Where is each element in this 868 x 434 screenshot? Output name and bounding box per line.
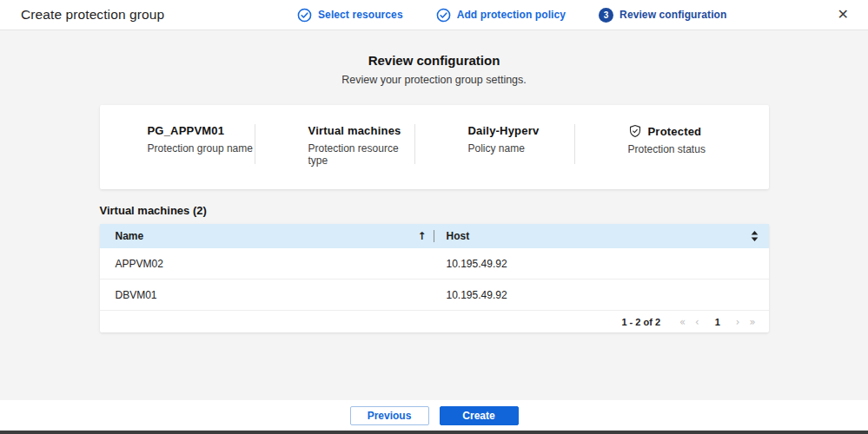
table-row[interactable]: APPVM02 10.195.49.92: [100, 248, 769, 279]
column-header-host[interactable]: Host: [434, 230, 769, 242]
step-label: Review configuration: [620, 9, 726, 21]
column-header-name[interactable]: Name ↑: [100, 230, 434, 242]
step-select-resources[interactable]: Select resources: [297, 8, 403, 23]
pagination-next-icon[interactable]: ›: [735, 316, 741, 328]
step-review-configuration[interactable]: 3 Review configuration: [599, 8, 726, 23]
summary-value: Daily-Hyperv: [468, 124, 574, 137]
vm-name-cell: DBVM01: [100, 289, 434, 301]
pagination-current-page[interactable]: 1: [715, 317, 720, 327]
table-row[interactable]: DBVM01 10.195.49.92: [100, 279, 769, 311]
vm-host-cell: 10.195.49.92: [434, 289, 769, 301]
page-title: Review configuration: [0, 53, 868, 68]
vm-name-cell: APPVM02: [100, 258, 434, 270]
dialog-header: Create protection group Select resources…: [0, 0, 868, 30]
step-number-badge: 3: [599, 8, 613, 23]
window-bottom-edge: [0, 431, 868, 434]
step-label: Add protection policy: [457, 9, 566, 21]
table-header-row: Name ↑ Host: [100, 224, 769, 248]
summary-value: Virtual machines: [308, 124, 414, 137]
table-pagination: 1 - 2 of 2 « ‹ 1 › »: [100, 311, 769, 332]
step-label: Select resources: [318, 9, 403, 21]
summary-label: Protection group name: [148, 142, 255, 155]
page-subtitle: Review your protection group settings.: [0, 74, 868, 86]
summary-label: Protection resource type: [308, 142, 414, 167]
summary-protection-status: Protected Protection status: [574, 124, 769, 164]
wizard-stepper: Select resources Add protection policy 3…: [297, 0, 726, 30]
summary-label: Policy name: [468, 142, 574, 155]
check-circle-icon: [436, 8, 451, 23]
column-label: Host: [447, 230, 470, 242]
previous-button[interactable]: Previous: [350, 406, 429, 425]
vm-section-title: Virtual machines (2): [100, 204, 769, 217]
summary-protection-group-name: PG_APPVM01 Protection group name: [100, 124, 255, 155]
check-circle-icon: [297, 8, 312, 23]
close-icon[interactable]: ✕: [838, 8, 849, 22]
summary-resource-type: Virtual machines Protection resource typ…: [255, 124, 414, 164]
sort-toggle-icon[interactable]: [751, 231, 759, 241]
pagination-last-icon[interactable]: »: [748, 316, 756, 328]
summary-label: Protection status: [628, 143, 769, 155]
summary-card: PG_APPVM01 Protection group name Virtual…: [100, 105, 769, 189]
create-protection-group-dialog: Create protection group Select resources…: [0, 0, 868, 434]
sort-ascending-icon[interactable]: ↑: [417, 230, 426, 242]
vm-host-cell: 10.195.49.92: [434, 258, 769, 270]
status-text: Protected: [648, 125, 702, 138]
pagination-summary: 1 - 2 of 2: [621, 317, 660, 327]
summary-policy-name: Daily-Hyperv Policy name: [414, 124, 574, 164]
vm-table: Name ↑ Host APPVM02 10.195.49.92: [100, 224, 769, 332]
shield-check-icon: [628, 124, 642, 138]
dialog-title: Create protection group: [21, 7, 164, 23]
step-add-protection-policy[interactable]: Add protection policy: [436, 8, 566, 23]
pagination-first-icon[interactable]: «: [679, 316, 686, 328]
summary-value: PG_APPVM01: [148, 124, 255, 137]
column-label: Name: [116, 230, 144, 242]
dialog-footer: Previous Create: [0, 400, 868, 431]
summary-value: Protected: [628, 124, 769, 138]
create-button[interactable]: Create: [440, 406, 519, 425]
pagination-prev-icon[interactable]: ‹: [694, 316, 700, 328]
dialog-body: Review configuration Review your protect…: [0, 30, 868, 400]
